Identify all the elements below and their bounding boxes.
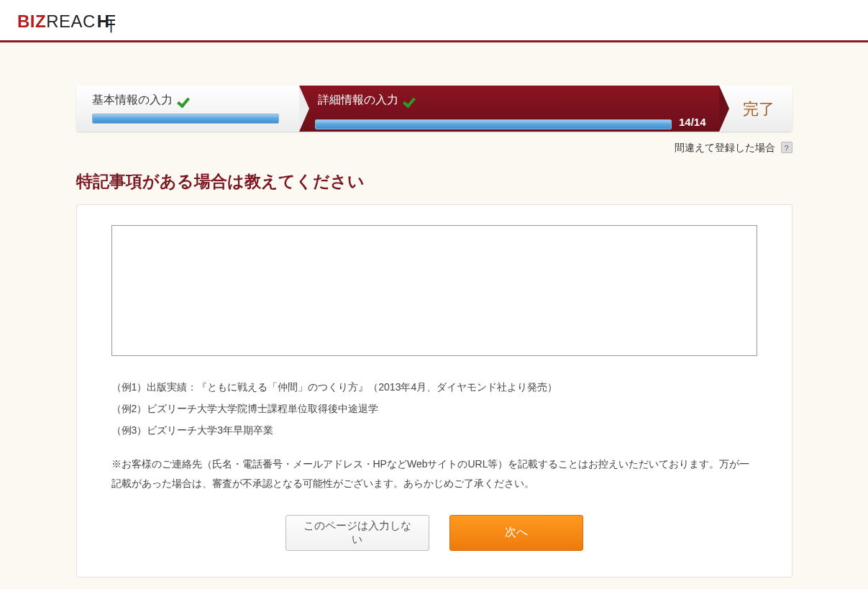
form-panel: （例1）出版実績：『ともに戦える「仲間」のつくり方』（2013年4月、ダイヤモン…: [76, 204, 792, 577]
step1-label: 基本情報の入力: [92, 93, 173, 108]
help-link[interactable]: 間違えて登録した場合: [675, 142, 775, 153]
brand-part1: BIZ: [17, 12, 46, 32]
example-1: （例1）出版実績：『ともに戦える「仲間」のつくり方』（2013年4月、ダイヤモン…: [111, 379, 757, 396]
brand-h-icon: [97, 12, 110, 32]
page-title: 特記事項がある場合は教えてください: [76, 170, 792, 193]
progress-steps: 基本情報の入力 詳細情報の入力 14/14 完了: [76, 86, 792, 132]
step2-progress-bar: [315, 119, 672, 129]
step2-label: 詳細情報の入力: [318, 93, 398, 108]
examples-block: （例1）出版実績：『ともに戦える「仲間」のつくり方』（2013年4月、ダイヤモン…: [111, 379, 757, 439]
check-icon: [177, 96, 190, 106]
help-icon[interactable]: ?: [781, 142, 792, 153]
example-2: （例2）ビズリーチ大学大学院博士課程単位取得後中途退学: [111, 401, 757, 418]
next-button[interactable]: 次へ: [449, 515, 583, 551]
check-icon: [403, 96, 416, 106]
button-row: このページは入力しない 次へ: [111, 515, 757, 551]
step3-label: 完了: [743, 99, 775, 120]
brand-part2: REAC: [46, 12, 96, 32]
step1-progress-bar: [92, 114, 279, 124]
disclaimer-note: ※お客様のご連絡先（氏名・電話番号・メールアドレス・HPなどWebサイトのURL…: [111, 455, 757, 493]
step-basic-info: 基本情報の入力: [76, 86, 299, 132]
app-header: BIZREAC: [0, 0, 868, 42]
step-detail-info: 詳細情報の入力 14/14: [299, 86, 719, 132]
brand-logo: BIZREAC: [17, 12, 110, 32]
step-complete: 完了: [719, 86, 792, 132]
step2-counter: 14/14: [679, 116, 706, 128]
example-3: （例3）ビズリーチ大学3年早期卒業: [111, 422, 757, 439]
help-row: 間違えて登録した場合 ?: [76, 142, 792, 155]
skip-button[interactable]: このページは入力しない: [285, 515, 429, 551]
notes-textarea[interactable]: [111, 225, 757, 356]
